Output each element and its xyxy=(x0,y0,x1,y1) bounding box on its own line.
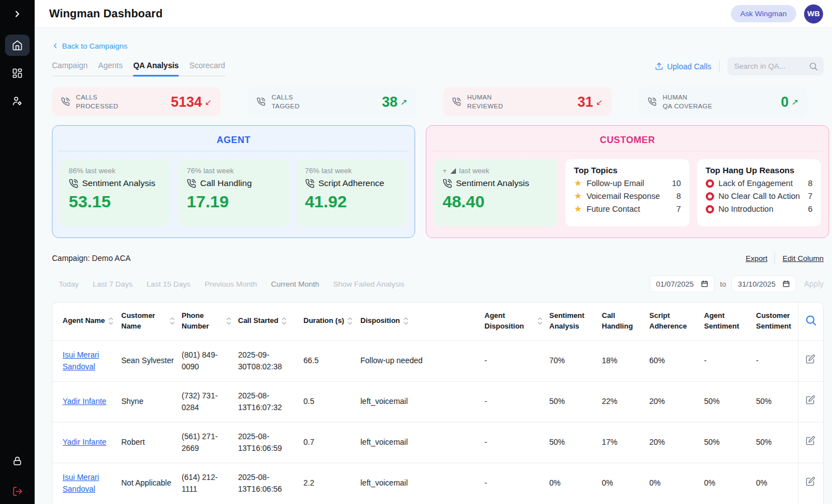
back-to-campaigns-link[interactable]: Back to Campaigns xyxy=(52,42,127,50)
qa-table: Agent Name Customer Name Phone Number Ca… xyxy=(53,302,823,503)
edit-icon xyxy=(806,354,815,364)
table-header-row: Agent Name Customer Name Phone Number Ca… xyxy=(53,302,823,340)
column-header-disposition[interactable]: Disposition xyxy=(360,302,484,340)
ring-icon xyxy=(706,192,714,201)
sentiment-analysis-cell: 0% xyxy=(549,463,602,503)
sidebar-expand-button[interactable] xyxy=(0,0,35,28)
stats-row: CALLSPROCESSED 5134↙ CALLSTAGGED 38↗ HUM… xyxy=(52,87,824,116)
call-handling-cell: 17% xyxy=(602,422,649,463)
divider xyxy=(774,252,775,264)
metric-name: Sentiment Analysis xyxy=(443,178,549,188)
disposition-cell: Follow-up needed xyxy=(360,340,484,381)
filter-show-failed-analysis[interactable]: Show Failed Analysis xyxy=(333,280,405,288)
filter-row: Today Last 7 Days Last 15 Days Previous … xyxy=(52,275,824,292)
phone-number-cell: (732) 731-0284 xyxy=(182,381,238,422)
edit-row-button[interactable] xyxy=(806,354,815,364)
upload-calls-button[interactable]: Upload Calls xyxy=(655,62,711,71)
stat-card-calls-tagged: CALLSTAGGED 38↗ xyxy=(248,87,416,116)
phone-icon xyxy=(256,97,265,106)
agent-disposition-cell: - xyxy=(484,381,549,422)
duration-cell: 0.5 xyxy=(303,381,360,422)
date-from-input[interactable]: 01/07/2025 xyxy=(650,275,715,292)
column-header-duration[interactable]: Duration (s) xyxy=(303,302,360,340)
export-button[interactable]: Export xyxy=(745,254,767,263)
home-icon xyxy=(12,40,23,51)
customer-panel: CUSTOMER + last week Sentiment Analysis … xyxy=(426,125,829,238)
star-icon: ★ xyxy=(574,192,582,201)
sentiment-analysis-cell: 50% xyxy=(549,422,602,463)
call-handling-cell: 0% xyxy=(602,463,649,503)
app-root: Wingman Dashboard Ask Wingman WB Back to… xyxy=(0,0,832,504)
column-header-call-started[interactable]: Call Started xyxy=(238,302,303,340)
phone-icon xyxy=(187,179,196,188)
star-icon: ★ xyxy=(574,205,582,213)
tab-campaign[interactable]: Campaign xyxy=(52,56,88,75)
avatar[interactable]: WB xyxy=(804,4,823,23)
call-handling-cell: 18% xyxy=(602,340,649,381)
sidebar-item-dashboard[interactable] xyxy=(5,63,30,84)
hang-up-reasons-title: Top Hang Up Reasons xyxy=(706,165,812,175)
filter-current-month[interactable]: Current Month xyxy=(271,280,319,288)
agent-name-link[interactable]: Yadir Infante xyxy=(63,438,106,446)
metric-subtitle: + last week xyxy=(443,167,549,175)
trend-down-icon: ↙ xyxy=(596,98,603,106)
upload-calls-label: Upload Calls xyxy=(667,62,711,71)
calendar-icon[interactable] xyxy=(782,280,790,288)
sidebar-item-home[interactable] xyxy=(5,35,30,56)
metric-value: 41.92 xyxy=(305,192,398,211)
top-topics-title: Top Topics xyxy=(574,165,681,175)
customer-sentiment-cell: 50% xyxy=(756,422,798,463)
agent-panel: AGENT 86% last week Sentiment Analysis 5… xyxy=(52,125,415,238)
tab-scorecard[interactable]: Scorecard xyxy=(189,56,225,75)
tab-qa-analysis[interactable]: QA Analysis xyxy=(133,56,178,75)
column-header-agent-disposition[interactable]: Agent Disposition xyxy=(484,302,549,340)
filter-last-7-days[interactable]: Last 7 Days xyxy=(93,280,132,288)
sidebar-item-lock[interactable] xyxy=(5,450,30,472)
agent-name-link[interactable]: Yadir Infante xyxy=(63,397,106,406)
date-to-input[interactable]: 31/10/2025 xyxy=(731,275,796,292)
stat-value: 0↗ xyxy=(781,94,798,110)
tabs: Campaign Agents QA Analysis Scorecard xyxy=(52,56,225,77)
chevron-right-icon xyxy=(12,9,22,19)
quick-filters: Today Last 7 Days Last 15 Days Previous … xyxy=(52,280,405,288)
calendar-icon[interactable] xyxy=(701,280,709,288)
tab-agents[interactable]: Agents xyxy=(98,56,123,75)
metric-value: 53.15 xyxy=(69,192,162,211)
customer-name-cell: Robert xyxy=(121,422,182,463)
edit-row-button[interactable] xyxy=(806,436,815,445)
trend-up-icon: ↗ xyxy=(400,98,407,106)
stat-value: 38↗ xyxy=(382,94,407,110)
edit-column-button[interactable]: Edit Column xyxy=(782,254,824,263)
filter-previous-month[interactable]: Previous Month xyxy=(205,280,257,288)
stat-label: HUMANQA COVERAGE xyxy=(663,93,712,111)
edit-row-button[interactable] xyxy=(806,477,815,486)
apply-button[interactable]: Apply xyxy=(804,279,824,288)
phone-icon xyxy=(452,97,461,106)
column-header-phone-number[interactable]: Phone Number xyxy=(182,302,238,340)
sidebar-item-logout[interactable] xyxy=(5,481,30,502)
stat-label: CALLSPROCESSED xyxy=(76,93,118,111)
agent-disposition-cell: - xyxy=(484,340,549,381)
to-label: to xyxy=(720,280,726,288)
customer-name-cell: Not Applicable xyxy=(121,463,182,503)
metric-name: Call Handling xyxy=(187,178,280,188)
top-topics-card: Top Topics ★ Follow-up Email 10 ★ Voicem… xyxy=(565,159,689,226)
stat-card-calls-processed: CALLSPROCESSED 5134↙ xyxy=(52,87,221,116)
column-header-agent-name[interactable]: Agent Name xyxy=(53,302,121,340)
column-header-script-adherence: Script Adherence xyxy=(649,302,704,340)
column-header-customer-name[interactable]: Customer Name xyxy=(121,302,182,340)
dashboard-grid-icon xyxy=(12,68,23,79)
hang-up-reasons-card: Top Hang Up Reasons Lack of Engagement 8… xyxy=(697,159,821,226)
hang-up-reason-item: No Introduction 6 xyxy=(706,205,812,213)
agent-name-link[interactable]: Isui Merari Sandoval xyxy=(63,473,99,493)
edit-row-button[interactable] xyxy=(806,395,815,405)
agent-name-link[interactable]: Isui Merari Sandoval xyxy=(63,350,99,371)
ask-wingman-button[interactable]: Ask Wingman xyxy=(731,5,796,22)
table-search-button[interactable] xyxy=(798,302,823,340)
call-started-cell: 2025-09-30T08:02:38 xyxy=(238,340,303,381)
filter-last-15-days[interactable]: Last 15 Days xyxy=(146,280,191,288)
sidebar-item-agent-settings[interactable] xyxy=(5,91,30,112)
filter-today[interactable]: Today xyxy=(59,280,79,288)
trend-up-icon: ↗ xyxy=(791,98,798,106)
stat-label: HUMANREVIEWED xyxy=(467,93,503,111)
